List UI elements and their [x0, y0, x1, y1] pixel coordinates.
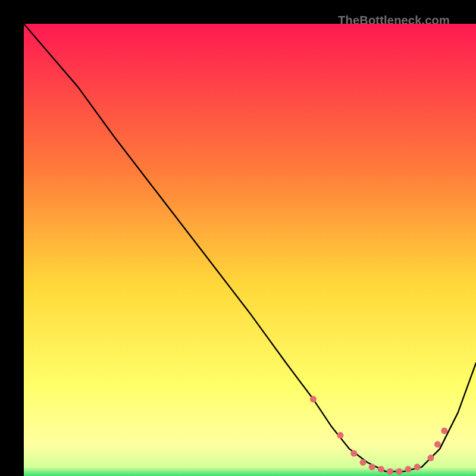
marker-dot — [369, 464, 375, 470]
marker-dot — [414, 464, 421, 470]
marker-dot — [310, 396, 317, 402]
bottleneck-plot — [24, 24, 476, 476]
marker-dot — [405, 466, 412, 472]
marker-dot — [387, 468, 393, 475]
gradient-background — [24, 24, 476, 476]
marker-dot — [434, 441, 441, 447]
marker-dot — [350, 450, 357, 457]
marker-dot — [337, 432, 344, 439]
marker-dot — [441, 428, 447, 434]
marker-dot — [396, 468, 402, 475]
marker-dot — [360, 459, 367, 466]
marker-dot — [378, 466, 384, 472]
marker-dot — [428, 455, 434, 461]
chart-frame: TheBottleneck.com — [12, 12, 464, 464]
